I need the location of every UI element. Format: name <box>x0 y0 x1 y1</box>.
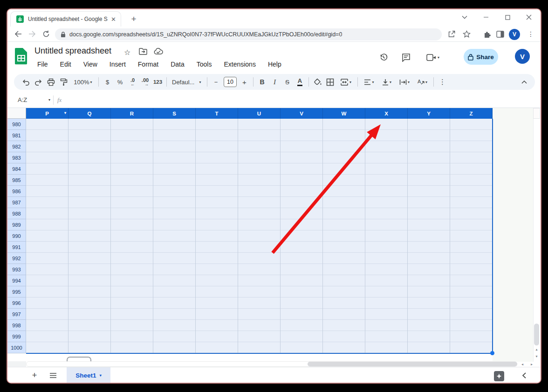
menu-insert[interactable]: Insert <box>106 59 130 69</box>
column-header-s[interactable]: S <box>153 108 196 119</box>
window-minimize-button[interactable] <box>477 10 495 24</box>
row-header-995[interactable]: 995 <box>7 286 26 297</box>
font-select[interactable]: Defaul... ▾ <box>169 76 205 88</box>
format-currency-button[interactable]: $ <box>101 76 114 88</box>
scroll-down-icon[interactable]: ▾ <box>533 353 540 359</box>
side-panel-icon[interactable] <box>493 27 507 41</box>
add-sheet-button[interactable]: + <box>28 370 41 381</box>
column-header-t[interactable]: T <box>196 108 238 119</box>
row-header-987[interactable]: 987 <box>7 197 26 208</box>
sheet-tab-active[interactable]: Sheet1 ▾ <box>67 367 110 383</box>
row-header-986[interactable]: 986 <box>7 186 26 197</box>
horizontal-scrollbar-thumb[interactable] <box>308 362 517 366</box>
meet-camera-icon[interactable]: ▾ <box>423 50 443 65</box>
borders-button[interactable] <box>324 76 336 88</box>
row-header-980[interactable]: 980 <box>7 119 26 130</box>
all-sheets-menu-icon[interactable] <box>47 370 59 381</box>
menu-view[interactable]: View <box>80 59 101 69</box>
sheets-logo-icon[interactable] <box>15 48 28 66</box>
account-avatar[interactable]: V <box>515 49 530 64</box>
row-header-998[interactable]: 998 <box>7 320 26 331</box>
comments-icon[interactable] <box>398 50 413 65</box>
increase-font-size-button[interactable]: + <box>238 76 251 88</box>
address-bar[interactable]: docs.google.com/spreadsheets/d/1S_uZNRQo… <box>55 28 442 41</box>
decrease-font-size-button[interactable]: − <box>210 76 222 88</box>
font-size-input[interactable]: 10 <box>222 76 238 88</box>
row-header-993[interactable]: 993 <box>7 264 26 275</box>
share-button[interactable]: Share <box>464 49 498 65</box>
menu-tools[interactable]: Tools <box>193 59 216 69</box>
horizontal-align-button[interactable]: ▾ <box>360 76 378 88</box>
star-document-icon[interactable]: ☆ <box>124 48 130 57</box>
menu-edit[interactable]: Edit <box>56 59 75 69</box>
window-maximize-button[interactable] <box>499 10 516 24</box>
meet-dropdown-icon[interactable]: ▾ <box>438 55 439 60</box>
collapse-panel-chevron-icon[interactable] <box>518 370 530 381</box>
scroll-left-icon[interactable]: ◂ <box>519 361 526 367</box>
browser-menu-kebab-icon[interactable]: ⋮ <box>524 27 538 41</box>
menu-format[interactable]: Format <box>134 59 162 69</box>
print-button[interactable] <box>45 76 57 88</box>
row-header-1000[interactable]: 1000 <box>7 342 26 353</box>
browser-tab[interactable]: Untitled spreadsheet - Google S ✕ <box>10 11 121 27</box>
column-header-v[interactable]: V <box>281 108 323 119</box>
browser-profile-avatar[interactable]: V <box>509 29 520 40</box>
strikethrough-button[interactable]: S <box>281 76 294 88</box>
decrease-decimals-button[interactable]: .0← <box>126 76 139 88</box>
italic-button[interactable]: I <box>268 76 281 88</box>
tab-search-icon[interactable] <box>456 10 473 24</box>
name-box[interactable]: A:Z ▾ <box>7 96 52 103</box>
selection-fill-handle[interactable] <box>490 351 494 355</box>
vertical-align-button[interactable]: ▾ <box>378 76 396 88</box>
fill-color-button[interactable] <box>311 76 324 88</box>
menu-file[interactable]: File <box>34 59 52 69</box>
column-header-y[interactable]: Y <box>408 108 450 119</box>
row-header-982[interactable]: 982 <box>7 141 26 152</box>
text-rotation-button[interactable]: A ▾ <box>413 76 431 88</box>
wrap-caret-icon[interactable]: ▾ <box>408 80 410 84</box>
cloud-saved-icon[interactable] <box>154 48 163 54</box>
share-page-icon[interactable] <box>445 27 459 41</box>
bold-button[interactable]: B <box>256 76 268 88</box>
merge-caret-icon[interactable]: ▾ <box>349 80 351 84</box>
increase-decimals-button[interactable]: .00→ <box>139 76 151 88</box>
row-header-991[interactable]: 991 <box>7 242 26 253</box>
format-percent-button[interactable]: % <box>114 76 126 88</box>
row-header-992[interactable]: 992 <box>7 253 26 264</box>
row-header-985[interactable]: 985 <box>7 175 26 186</box>
menu-data[interactable]: Data <box>167 59 188 69</box>
more-formats-button[interactable]: 123 <box>151 76 164 88</box>
row-header-997[interactable]: 997 <box>7 309 26 320</box>
window-close-button[interactable] <box>520 10 538 24</box>
column-header-p[interactable]: P▾ <box>26 108 68 119</box>
row-header-989[interactable]: 989 <box>7 219 26 230</box>
text-wrap-button[interactable]: ▾ <box>396 76 413 88</box>
new-tab-button[interactable]: + <box>128 13 140 25</box>
zoom-select[interactable]: 100% ▾ <box>70 76 96 88</box>
merge-cells-button[interactable]: ▾ <box>336 76 355 88</box>
row-header-994[interactable]: 994 <box>7 275 26 286</box>
row-header-996[interactable]: 996 <box>7 297 26 309</box>
forward-icon[interactable] <box>25 27 39 41</box>
document-title[interactable]: Untitled spreadsheet <box>34 46 111 56</box>
row-header-981[interactable]: 981 <box>7 130 26 141</box>
halign-caret-icon[interactable]: ▾ <box>372 80 374 84</box>
bookmark-star-icon[interactable] <box>459 27 473 41</box>
row-header-983[interactable]: 983 <box>7 152 26 163</box>
column-header-u[interactable]: U <box>238 108 281 119</box>
sheet-menu-caret-icon[interactable]: ▾ <box>100 373 102 378</box>
paint-format-button[interactable] <box>57 76 70 88</box>
cells-area[interactable] <box>26 119 493 353</box>
text-color-button[interactable]: A <box>294 76 306 88</box>
scroll-up-icon[interactable]: ▴ <box>533 346 540 352</box>
menu-help[interactable]: Help <box>264 59 285 69</box>
column-header-q[interactable]: Q <box>68 108 111 119</box>
vertical-scrollbar-thumb[interactable] <box>534 324 539 345</box>
column-header-z[interactable]: Z <box>450 108 493 119</box>
redo-button[interactable] <box>32 76 45 88</box>
column-header-w[interactable]: W <box>323 108 365 119</box>
row-header-990[interactable]: 990 <box>7 230 26 242</box>
collapse-toolbar-button[interactable] <box>518 76 530 88</box>
column-dropdown-icon[interactable]: ▾ <box>64 111 66 115</box>
more-toolbar-kebab-icon[interactable]: ⋮ <box>436 76 449 88</box>
